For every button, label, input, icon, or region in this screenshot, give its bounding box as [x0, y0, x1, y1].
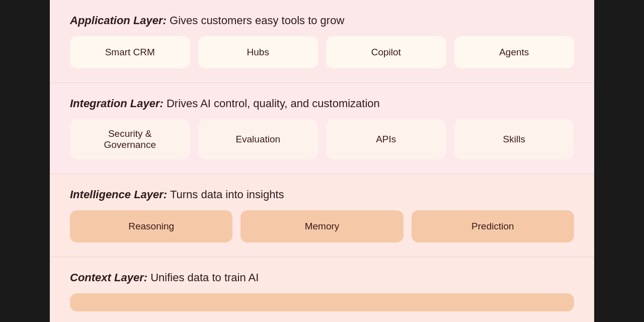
- integration-layer-title-text: Drives AI control, quality, and customiz…: [164, 97, 380, 110]
- application-layer-section: Application Layer: Gives customers easy …: [50, 0, 594, 83]
- main-container: Application Layer: Gives customers easy …: [50, 0, 594, 322]
- intelligence-layer-title-text: Turns data into insights: [167, 188, 284, 201]
- memory-card[interactable]: Memory: [240, 210, 403, 243]
- agents-card[interactable]: Agents: [454, 36, 575, 68]
- context-layer-title: Context Layer: Unifies data to train AI: [70, 271, 574, 284]
- integration-layer-section: Integration Layer: Drives AI control, qu…: [50, 83, 594, 174]
- application-cards-row: Smart CRM Hubs Copilot Agents: [70, 36, 574, 68]
- context-layer-title-bold: Context Layer:: [70, 271, 147, 284]
- intelligence-layer-section: Intelligence Layer: Turns data into insi…: [50, 174, 594, 257]
- integration-layer-title: Integration Layer: Drives AI control, qu…: [70, 97, 574, 110]
- prediction-label: Prediction: [471, 221, 514, 232]
- copilot-label: Copilot: [371, 47, 401, 58]
- reasoning-card[interactable]: Reasoning: [70, 210, 232, 243]
- context-layer-title-text: Unifies data to train AI: [147, 271, 259, 284]
- intelligence-layer-title: Intelligence Layer: Turns data into insi…: [70, 188, 574, 201]
- integration-layer-title-bold: Integration Layer:: [70, 97, 164, 110]
- smart-crm-card[interactable]: Smart CRM: [70, 36, 190, 68]
- prediction-card[interactable]: Prediction: [412, 210, 574, 243]
- copilot-card[interactable]: Copilot: [326, 36, 446, 68]
- apis-label: APIs: [376, 134, 396, 145]
- agents-label: Agents: [499, 47, 529, 58]
- security-governance-label: Security &Governance: [104, 128, 156, 150]
- context-bottom-bar: [70, 293, 574, 311]
- application-layer-title-bold: Application Layer:: [70, 14, 167, 27]
- security-governance-card[interactable]: Security &Governance: [70, 119, 190, 159]
- reasoning-label: Reasoning: [128, 221, 174, 232]
- skills-card[interactable]: Skills: [454, 119, 575, 159]
- hubs-card[interactable]: Hubs: [198, 36, 318, 68]
- application-layer-title-text: Gives customers easy tools to grow: [167, 14, 344, 27]
- integration-cards-row: Security &Governance Evaluation APIs Ski…: [70, 119, 574, 159]
- evaluation-card[interactable]: Evaluation: [198, 119, 318, 159]
- memory-label: Memory: [305, 221, 340, 232]
- apis-card[interactable]: APIs: [326, 119, 446, 159]
- intelligence-cards-row: Reasoning Memory Prediction: [70, 210, 574, 243]
- hubs-label: Hubs: [247, 47, 269, 58]
- intelligence-layer-title-bold: Intelligence Layer:: [70, 188, 167, 201]
- evaluation-label: Evaluation: [235, 134, 280, 145]
- skills-label: Skills: [503, 134, 525, 145]
- smart-crm-label: Smart CRM: [105, 47, 155, 58]
- context-layer-section: Context Layer: Unifies data to train AI: [50, 257, 594, 322]
- application-layer-title: Application Layer: Gives customers easy …: [70, 14, 574, 27]
